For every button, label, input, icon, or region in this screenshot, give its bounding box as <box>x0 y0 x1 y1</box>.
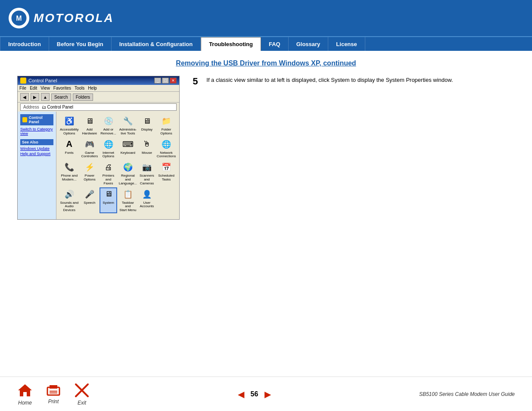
cp-speech-icon: 🎤 <box>84 188 96 200</box>
print-label: Print <box>48 399 59 405</box>
cp-icon-add-remove[interactable]: 💿 Add orRemove... <box>100 115 116 136</box>
cp-icon-power[interactable]: ⚡ Power Options <box>81 161 98 185</box>
prev-page-button[interactable]: ◀ <box>238 389 244 399</box>
cp-icon-phone-modem[interactable]: 📞 Phone andModem... <box>60 161 79 185</box>
nav-item-troubleshooting[interactable]: Troubleshooting <box>201 37 261 51</box>
cp-icon-sounds[interactable]: 🔊 Sounds andAudio Devices <box>60 188 79 212</box>
cp-address-value: 🗂 Control Panel <box>42 105 73 109</box>
step-row: 5 If a classic view similar to at left i… <box>193 76 515 87</box>
footer-center: ◀ 56 ▶ <box>90 389 419 399</box>
cp-window-buttons: _ □ ✕ <box>154 78 177 84</box>
minimize-button[interactable]: _ <box>154 78 161 84</box>
cp-taskbar-icon: 📋 <box>122 188 134 200</box>
cp-icon-fonts[interactable]: A Fonts <box>60 138 79 159</box>
cp-see-also: See Also Windows Update Help and Support <box>20 139 53 156</box>
cp-icon-mouse[interactable]: 🖱 Mouse <box>140 138 154 159</box>
maximize-button[interactable]: □ <box>162 78 169 84</box>
cp-phone-modem-icon: 📞 <box>63 161 75 173</box>
cp-icon-speech[interactable]: 🎤 Speech <box>81 188 98 212</box>
cp-window-title: Control Panel <box>28 78 57 83</box>
cp-menu-edit[interactable]: Edit <box>30 86 37 90</box>
cp-folders-button[interactable]: Folders <box>73 93 93 101</box>
cp-menu-tools[interactable]: Tools <box>75 86 84 90</box>
cp-forward-button[interactable]: ▶ <box>31 93 39 101</box>
cp-keyboard-icon: ⌨ <box>122 138 134 150</box>
cp-icon-system[interactable]: 🖥 System <box>100 188 116 212</box>
cp-power-icon: ⚡ <box>84 161 96 173</box>
exit-label: Exit <box>78 400 86 406</box>
main-content: Removing the USB Driver from Windows XP,… <box>0 51 532 228</box>
guide-title: SB5100 Series Cable Modem User Guide <box>419 391 515 397</box>
exit-button[interactable]: Exit <box>74 383 90 406</box>
cp-scheduled-tasks-icon: 📅 <box>160 161 172 173</box>
close-button[interactable]: ✕ <box>170 78 177 84</box>
cp-folder-options-icon: 📁 <box>160 115 172 127</box>
cp-fonts-icon: A <box>63 138 75 150</box>
print-button[interactable]: Print <box>46 384 61 405</box>
cp-icon-display[interactable]: 🖥 Display <box>140 115 154 136</box>
footer-nav-buttons: Home Print Exit <box>17 383 90 406</box>
cp-icon-folder-options[interactable]: 📁 Folder Options <box>157 115 176 136</box>
cp-icon-game-controllers[interactable]: 🎮 GameControllers <box>81 138 98 159</box>
cp-menu-view[interactable]: View <box>40 86 50 90</box>
cp-menu-file[interactable]: File <box>19 86 26 90</box>
cp-menu-help[interactable]: Help <box>88 86 97 90</box>
cp-body: Control Panel Switch to Category view Se… <box>18 112 179 219</box>
cp-add-hardware-icon: 🖥 <box>84 115 96 127</box>
cp-address-bar: Address 🗂 Control Panel <box>20 103 177 111</box>
cp-regional-icon: 🌍 <box>122 161 134 173</box>
cp-switch-view-link[interactable]: Switch to Category view <box>20 127 53 136</box>
footer: Home Print Exit ◀ 56 ▶ SB5100 Series Cab… <box>0 377 532 411</box>
exit-icon <box>74 383 90 398</box>
step-content: 5 If a classic view similar to at left i… <box>193 76 515 87</box>
cp-icon-admin-tools[interactable]: 🔧 Administra-tive Tools <box>119 115 137 136</box>
motorola-logo: M MOTOROLA <box>9 8 114 28</box>
nav-item-installation[interactable]: Installation & Configuration <box>112 37 201 51</box>
step-number: 5 <box>193 76 201 87</box>
content-row: Control Panel _ □ ✕ File Edit View Favor… <box>17 76 515 220</box>
cp-up-button[interactable]: ▲ <box>41 93 50 101</box>
nav-item-introduction[interactable]: Introduction <box>0 37 49 51</box>
cp-folder-icon <box>20 78 26 84</box>
cp-titlebar: Control Panel _ □ ✕ <box>18 76 179 85</box>
logo-circle-m: M <box>9 8 29 28</box>
cp-add-remove-icon: 💿 <box>103 115 115 127</box>
cp-network-icon: 🌐 <box>160 138 172 150</box>
cp-icon-user-accounts[interactable]: 👤 User Accounts <box>140 188 154 212</box>
cp-windows-update-link[interactable]: Windows Update <box>20 146 53 151</box>
nav-item-glossary[interactable]: Glossary <box>289 37 329 51</box>
next-page-button[interactable]: ▶ <box>264 389 271 399</box>
nav-item-license[interactable]: License <box>328 37 365 51</box>
cp-icon-printers[interactable]: 🖨 Printers andFaxes <box>100 161 116 185</box>
cp-sidebar: Control Panel Switch to Category view Se… <box>18 112 56 219</box>
cp-see-also-header: See Also <box>20 139 53 145</box>
cp-icon-keyboard[interactable]: ⌨ Keyboard <box>119 138 137 159</box>
page-number: 56 <box>251 390 258 398</box>
cp-icon-taskbar[interactable]: 📋 Taskbar andStart Menu <box>119 188 137 212</box>
cp-display-icon: 🖥 <box>141 115 153 127</box>
cp-icon-regional[interactable]: 🌍 Regional andLanguage... <box>119 161 137 185</box>
cp-icon-network[interactable]: 🌐 NetworkConnections <box>157 138 176 159</box>
cp-accessibility-icon: ♿ <box>63 115 75 127</box>
home-button[interactable]: Home <box>17 383 33 406</box>
control-panel-screenshot: Control Panel _ □ ✕ File Edit View Favor… <box>17 76 180 220</box>
cp-icon-scheduled-tasks[interactable]: 📅 ScheduledTasks <box>157 161 176 185</box>
cp-back-button[interactable]: ◀ <box>20 93 29 101</box>
cp-icon-accessibility[interactable]: ♿ AccessibilityOptions <box>60 115 79 136</box>
home-icon <box>17 383 33 398</box>
cp-sidebar-title: Control Panel <box>29 115 51 124</box>
cp-sidebar-header: Control Panel <box>20 114 53 125</box>
nav-item-faq[interactable]: FAQ <box>261 37 289 51</box>
cp-help-support-link[interactable]: Help and Support <box>20 152 53 156</box>
cp-toolbar: ◀ ▶ ▲ Search Folders <box>18 92 179 103</box>
cp-icon-scanners[interactable]: 📷 Scanners andCameras <box>140 161 154 185</box>
cp-icon-internet-options[interactable]: 🌐 InternetOptions <box>100 138 116 159</box>
cp-menu-favorites[interactable]: Favorites <box>53 86 71 90</box>
cp-search-button[interactable]: Search <box>51 93 71 101</box>
svg-text:M: M <box>16 15 22 22</box>
cp-mouse-icon: 🖱 <box>141 138 153 150</box>
cp-icon-add-hardware[interactable]: 🖥 Add Hardware <box>81 115 98 136</box>
cp-scanners-icon: 📷 <box>141 161 153 173</box>
cp-user-accounts-icon: 👤 <box>141 188 153 200</box>
nav-item-before-you-begin[interactable]: Before You Begin <box>49 37 112 51</box>
